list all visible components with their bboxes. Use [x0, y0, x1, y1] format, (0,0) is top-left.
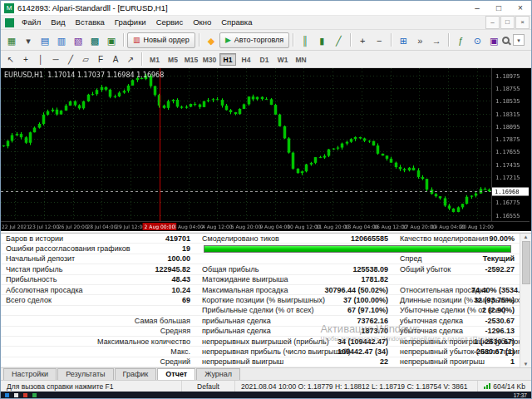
tester-tab-Настройки[interactable]: Настройки: [3, 368, 57, 380]
price-chart-canvas[interactable]: [1, 68, 530, 231]
maximize-button[interactable]: □: [488, 1, 510, 15]
channel-icon[interactable]: ▱: [78, 52, 93, 66]
chart-minimize-button[interactable]: –: [485, 16, 500, 29]
tile-windows-icon[interactable]: ⊞: [395, 32, 411, 48]
tester-tab-График[interactable]: График: [115, 368, 157, 380]
row-category-label: Средняя: [6, 327, 190, 335]
row-category-label: Максимальное количество: [6, 337, 190, 346]
row-right-label: Относительная просадка: [388, 286, 471, 294]
row-mid-value: 73762.16: [323, 317, 388, 325]
minimize-button[interactable]: –: [466, 1, 488, 15]
chart-shift-icon[interactable]: →: [428, 32, 445, 48]
connection-icon: [484, 383, 490, 389]
row-mid-value: 30796.44 (50.02%): [323, 286, 388, 294]
menu-item-0[interactable]: Файл: [17, 16, 46, 29]
navigator-icon[interactable]: ▧: [70, 32, 86, 48]
tester-tab-Отчет[interactable]: Отчет: [157, 368, 195, 380]
timeframe-D1[interactable]: D1: [256, 53, 273, 66]
app-icon: M: [4, 3, 14, 13]
scrollbar-thumb[interactable]: [522, 241, 530, 284]
row-mid-label: Прибыльные сделки (% от всех): [190, 306, 323, 314]
report-scrollbar[interactable]: ▲ ▼: [520, 234, 531, 367]
periods-icon[interactable]: ⊙: [469, 32, 485, 48]
chart-restore-button[interactable]: □: [500, 16, 515, 29]
row-right-label: непрерывный убыток (число проигрышей): [388, 347, 471, 356]
text-icon[interactable]: A: [108, 52, 123, 66]
terminal-icon[interactable]: ▩: [86, 32, 103, 48]
status-connection: 604/14 Kb: [478, 381, 531, 392]
title-bar[interactable]: M 6142893: Alpari-Standardll - [EURUSD,H…: [1, 1, 531, 16]
chart-close-button[interactable]: ×: [515, 16, 530, 29]
timeframe-M5[interactable]: M5: [165, 53, 181, 66]
scroll-down-icon[interactable]: ▼: [524, 362, 529, 367]
crosshair-icon[interactable]: +: [18, 52, 33, 66]
search-icon[interactable]: [502, 37, 510, 44]
candle-chart-icon[interactable]: ▮: [313, 32, 330, 48]
profiles-icon[interactable]: ▾: [20, 32, 37, 48]
report-row: Средняяприбыльная сделка1873.70убыточная…: [1, 327, 520, 337]
timeframe-W1[interactable]: W1: [274, 53, 291, 66]
fibonacci-icon[interactable]: F: [93, 52, 108, 66]
market-watch-icon[interactable]: ▤: [37, 32, 53, 48]
menu-items: ФайлВидВставкаГрафикиСервисОкноСправка: [17, 16, 258, 29]
zoom-out-icon[interactable]: −: [371, 32, 387, 48]
timeframe-M1[interactable]: M1: [146, 53, 163, 66]
zoom-in-icon[interactable]: +: [354, 32, 371, 48]
horizontal-line-icon[interactable]: ─: [48, 52, 63, 66]
data-window-icon[interactable]: ▥: [53, 32, 70, 48]
close-button[interactable]: ×: [510, 1, 531, 15]
status-bar: Для вызова справки нажмите F1 Default 20…: [1, 380, 531, 392]
toolbar-separator: [141, 52, 142, 66]
row-label: Ошибки рассогласования графиков: [6, 244, 131, 253]
chart-toolbar: ↖+│─╱▱FA↗M1M5M15M30H1H4D1W1MN: [1, 51, 531, 68]
menu-item-1[interactable]: Вид: [46, 16, 70, 29]
row-label: Баров в истории: [6, 234, 131, 243]
taskbar-app-icon[interactable]: [23, 393, 27, 397]
row-right-value: Текущий: [471, 254, 520, 263]
row-category-label: Средний: [6, 357, 190, 366]
menu-item-2[interactable]: Вставка: [71, 16, 110, 29]
strategy-tester-icon[interactable]: ▣: [103, 32, 120, 48]
tester-tab-Журнал[interactable]: Журнал: [196, 368, 240, 380]
timeframe-H1[interactable]: H1: [219, 53, 236, 66]
trendline-icon[interactable]: ╱: [63, 52, 78, 66]
arrow-icon[interactable]: ↗: [123, 52, 138, 66]
tester-tab-Результаты[interactable]: Результаты: [57, 368, 113, 380]
timeframe-H4[interactable]: H4: [238, 53, 254, 66]
main-toolbar: ▦▾▤▥▧▩▣▥Новый ордер◆▶Авто-торговля║▮╱+−⊞…: [1, 30, 531, 51]
metaeditor-icon[interactable]: ◆: [203, 32, 219, 48]
menu-item-6[interactable]: Справка: [216, 16, 257, 29]
new-chart-icon[interactable]: ▦: [3, 32, 20, 48]
row-mid-value: 37 (100.00%): [323, 296, 388, 304]
report-row: Абсолютная просадка10.24Максимальная про…: [1, 285, 520, 295]
start-button-icon[interactable]: [5, 393, 9, 397]
status-profile[interactable]: Default: [182, 381, 235, 392]
bar-chart-icon[interactable]: ║: [297, 32, 313, 48]
menu-item-4[interactable]: Сервис: [151, 16, 189, 29]
autotrade-button-label: Авто-торговля: [234, 32, 283, 47]
timeframe-M15[interactable]: M15: [183, 53, 200, 66]
templates-icon[interactable]: ▣: [485, 32, 502, 48]
cursor-icon[interactable]: ↖: [3, 52, 18, 66]
row-right-label: Качество моделирования: [388, 234, 471, 243]
report-row: Ошибки рассогласования графиков19: [1, 244, 520, 254]
auto-scroll-icon[interactable]: »: [411, 32, 428, 48]
vertical-line-icon[interactable]: │: [33, 52, 48, 66]
menu-item-5[interactable]: Окно: [188, 16, 216, 29]
taskbar-app-icon[interactable]: [14, 393, 18, 397]
scroll-up-icon[interactable]: ▲: [524, 234, 529, 239]
search-dropdown[interactable]: ▾: [513, 34, 525, 46]
timeframe-MN[interactable]: MN: [293, 53, 309, 66]
connection-traffic: 604/14 Kb: [493, 382, 525, 391]
menu-item-3[interactable]: Графики: [110, 16, 151, 29]
indicators-icon[interactable]: ƒ: [452, 32, 469, 48]
autotrade-button[interactable]: ▶Авто-торговля: [219, 32, 289, 48]
row-right-label: непрерывных проигрышей (убыток): [388, 337, 471, 346]
new-order-button[interactable]: ▥Новый ордер: [127, 32, 195, 48]
row-mid-value: 1873.70: [323, 327, 388, 335]
windows-taskbar[interactable]: 17:37: [1, 392, 531, 398]
row-mid-value: 34 (109442.47): [323, 337, 388, 346]
timeframe-M30[interactable]: M30: [201, 53, 218, 66]
line-chart-icon[interactable]: ╱: [330, 32, 347, 48]
taskbar-app-icon[interactable]: [32, 393, 37, 397]
